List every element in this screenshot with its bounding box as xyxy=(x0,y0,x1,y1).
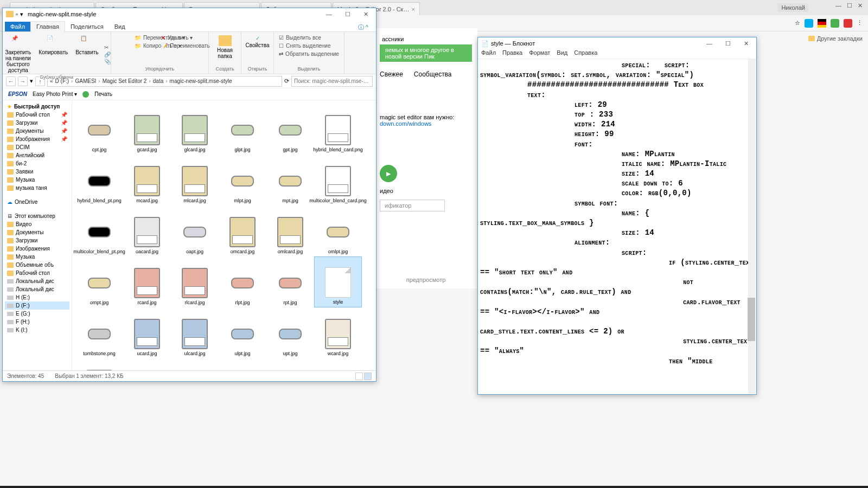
file-item[interactable]: upt.jpg xyxy=(266,307,314,358)
file-item[interactable]: gcard.jpg xyxy=(123,104,171,155)
nav-item[interactable]: Изображения📌 xyxy=(5,135,69,143)
help-icon[interactable]: ⓘ ^ xyxy=(353,23,374,31)
file-item[interactable]: rlpt.jpg xyxy=(219,256,266,307)
nav-item[interactable]: Видео xyxy=(5,220,69,228)
file-item[interactable]: oacard.jpg xyxy=(123,206,171,256)
maximize-icon[interactable]: ☐ xyxy=(721,40,735,47)
file-item[interactable]: oapt.jpg xyxy=(171,206,219,256)
explorer-titlebar[interactable]: ▫▾ magic-new-split.mse-style — ☐ ✕ xyxy=(3,8,376,20)
nav-item[interactable]: Рабочий стол📌 xyxy=(5,111,69,119)
file-item[interactable]: multicolor_blend_card.png xyxy=(314,155,362,206)
taskbar[interactable] xyxy=(0,486,868,488)
file-item[interactable]: ulcard.jpg xyxy=(171,307,219,358)
nav-item[interactable]: ☁OneDrive xyxy=(5,198,69,206)
id-input[interactable]: ификатор xyxy=(380,200,445,211)
nav-item[interactable]: D (F:) xyxy=(5,301,69,310)
nav-tab[interactable]: Свежее xyxy=(380,70,403,78)
nav-item[interactable]: 🖥Этот компьютер xyxy=(5,212,69,220)
maximize-icon[interactable]: ☐ xyxy=(847,2,852,9)
file-item[interactable]: style xyxy=(314,256,362,307)
nav-item[interactable]: DCIM xyxy=(5,143,69,151)
file-item[interactable]: glcard.jpg xyxy=(171,104,219,155)
nav-item[interactable]: Документы📌 xyxy=(5,127,69,135)
minimize-icon[interactable]: — xyxy=(835,2,841,9)
icons-view-icon[interactable] xyxy=(364,373,372,380)
scrollbar[interactable] xyxy=(748,59,756,394)
nav-item[interactable]: Документы xyxy=(5,228,69,236)
file-item[interactable]: hybrid_blend_pt.png xyxy=(75,155,123,206)
other-bookmarks[interactable]: Другие закладки xyxy=(808,35,863,42)
minimize-icon[interactable]: — xyxy=(322,11,336,18)
menu-file[interactable]: Файл xyxy=(481,49,496,59)
file-item[interactable]: mcard.jpg xyxy=(123,155,171,206)
nav-item[interactable]: ★Быстрый доступ xyxy=(5,102,69,111)
close-icon[interactable]: ✕ xyxy=(739,40,753,47)
recent-icon[interactable]: ▾ xyxy=(30,78,33,85)
nav-item[interactable]: би-2 xyxy=(5,159,69,168)
file-pane[interactable]: cpt.jpggcard.jpgglcard.jpgglpt.jpggpt.jp… xyxy=(72,100,376,370)
extension-icon[interactable] xyxy=(844,19,852,28)
file-item[interactable]: rlcard.jpg xyxy=(171,256,219,307)
nav-item[interactable]: H (E:) xyxy=(5,293,69,301)
nav-item[interactable]: Локальный дис xyxy=(5,285,69,293)
file-item[interactable]: hybrid_blend_card.png xyxy=(314,104,362,155)
nav-item[interactable]: Локальный дис xyxy=(5,277,69,285)
qa-icon[interactable]: ▾ xyxy=(20,11,23,18)
crumb[interactable]: D (F:) xyxy=(55,78,69,84)
breadcrumb[interactable]: « D (F:) › GAMESI › Magic Set Editor 2 ›… xyxy=(47,76,282,87)
file-item[interactable]: glpt.jpg xyxy=(219,104,266,155)
nav-item[interactable]: Загрузки📌 xyxy=(5,119,69,127)
nav-item[interactable]: Заявки xyxy=(5,168,69,176)
file-item[interactable]: cpt.jpg xyxy=(75,104,123,155)
properties-button[interactable]: ✓Свойства xyxy=(244,34,272,49)
crumb[interactable]: Magic Set Editor 2 xyxy=(103,78,147,84)
file-item[interactable]: tombstone.png xyxy=(75,307,123,358)
ribbon-tab-share[interactable]: Поделиться xyxy=(65,22,109,31)
nav-item[interactable]: Музыка xyxy=(5,253,69,261)
ribbon-tab-view[interactable]: Вид xyxy=(109,22,131,31)
nav-item[interactable]: Рабочий стол xyxy=(5,269,69,277)
close-icon[interactable]: ✕ xyxy=(858,2,863,9)
nav-item[interactable]: музыка таня xyxy=(5,184,69,192)
file-item[interactable]: mlcard.jpg xyxy=(171,155,219,206)
file-item[interactable]: gpt.jpg xyxy=(266,104,314,155)
file-item[interactable]: wlpt.jpg xyxy=(123,358,171,370)
file-item[interactable]: rpt.jpg xyxy=(266,256,314,307)
scroll-thumb[interactable] xyxy=(748,298,755,341)
print-button[interactable]: Печать xyxy=(94,91,112,97)
nav-item[interactable]: Английский xyxy=(5,151,69,159)
nav-tab[interactable]: ассники xyxy=(380,34,472,44)
paste-button[interactable]: 📋Вставить xyxy=(73,34,100,74)
copypath-icon[interactable]: 🔗 xyxy=(104,52,111,57)
search-input[interactable] xyxy=(291,76,373,87)
file-item[interactable]: wcard.jpg xyxy=(314,307,362,358)
file-item[interactable]: ulpt.jpg xyxy=(219,307,266,358)
nav-item[interactable]: Изображения xyxy=(5,245,69,253)
nav-item[interactable]: E (G:) xyxy=(5,310,69,318)
minimize-icon[interactable]: — xyxy=(702,40,717,47)
file-item[interactable]: multicolor_blend_pt.png xyxy=(75,206,123,256)
back-icon[interactable]: ← xyxy=(6,76,16,86)
pin-button[interactable]: 📌Закрепить на панели быстрого доступа xyxy=(3,34,33,74)
selectnone-button[interactable]: ☐Снять выделение xyxy=(278,42,331,49)
copy-button[interactable]: 📄Копировать xyxy=(36,34,70,74)
crumb[interactable]: GAMESI xyxy=(75,78,96,84)
file-item[interactable]: mlpt.jpg xyxy=(219,155,266,206)
file-item[interactable]: wlcard.jpg xyxy=(75,358,123,370)
crumb[interactable]: data xyxy=(153,78,163,84)
qa-icon[interactable]: ▫ xyxy=(16,11,18,18)
up-icon[interactable]: ↑ xyxy=(35,76,45,86)
menu-icon[interactable]: ⋮ xyxy=(857,20,863,27)
file-item[interactable]: omcard.jpg xyxy=(219,206,266,256)
star-icon[interactable]: ☆ xyxy=(795,20,800,27)
menu-format[interactable]: Формат xyxy=(529,49,550,59)
file-item[interactable]: ompt.jpg xyxy=(75,256,123,307)
chrome-profile[interactable]: Николай xyxy=(778,3,808,12)
close-icon[interactable]: × xyxy=(411,6,414,12)
crumb[interactable]: magic-new-split.mse-style xyxy=(170,78,232,84)
nav-item[interactable]: F (H:) xyxy=(5,318,69,326)
menu-help[interactable]: Справка xyxy=(574,49,597,59)
invert-button[interactable]: ⇄Обратить выделение xyxy=(278,50,340,57)
file-item[interactable]: wpt.jpg xyxy=(171,358,219,370)
rename-button[interactable]: 📝Переименовать xyxy=(160,42,210,49)
